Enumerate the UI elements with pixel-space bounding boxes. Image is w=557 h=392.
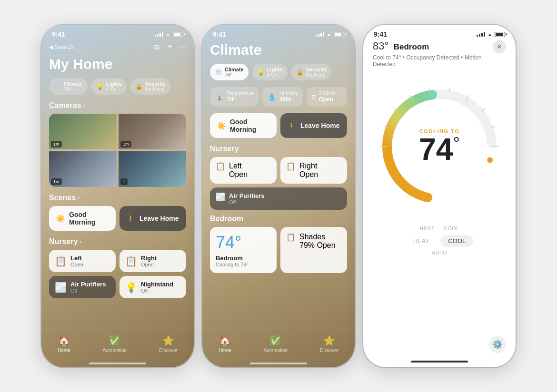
phone-my-home: 9:41 ▲ ◀ Search ≋ + ··· My Home ❄️ Clima… (41, 25, 194, 367)
pill-security[interactable]: 🔒 SecurityNo Alerts (130, 78, 170, 95)
signal-icon-3 (477, 32, 485, 37)
humidity-icon: 💧 (267, 92, 277, 101)
nursery-section-2: Nursery 📋 Left Open 📋 Right Open (210, 145, 347, 210)
bedroom-shades[interactable]: 📋 Shades 79% Open (280, 227, 347, 273)
scenes-chevron: › (78, 195, 80, 201)
pill-climate-active[interactable]: ❄️ Climate74° (210, 64, 249, 80)
room-name: Bedroom (394, 42, 429, 51)
top-icons: ≋ + ··· (153, 42, 186, 52)
home-nav-icon-2: 🏠 (219, 335, 231, 346)
bedroom-devices: 74° Bedroom Cooling to 74° 📋 Shades 79% … (210, 227, 347, 273)
scene-leave-home[interactable]: 🚶 Leave Home (119, 206, 186, 231)
nav-discover-2[interactable]: ⭐ Discover (320, 335, 338, 353)
camera-label-1: 1m (120, 141, 131, 147)
cameras-header[interactable]: Cameras › (49, 101, 186, 110)
scene-leave-home-2[interactable]: 🚶 Leave Home (280, 113, 347, 138)
home-nav-icon: 🏠 (58, 335, 70, 346)
nursery-chevron: › (80, 238, 81, 245)
signal-icon (155, 32, 163, 37)
bottom-nav-2: 🏠 Home ✅ Automation ⭐ Discover (202, 330, 355, 363)
pill-lights-2[interactable]: 💡 Lights4 On (252, 64, 288, 80)
nav-home-2[interactable]: 🏠 Home (219, 335, 231, 353)
discover-nav-icon-2: ⭐ (323, 335, 335, 346)
time-3: 9:41 (374, 30, 387, 38)
scenes-header[interactable]: Scenes › (49, 194, 186, 202)
more-icon[interactable]: ··· (179, 42, 186, 52)
battery-icon-3 (495, 32, 505, 37)
home-indicator-2 (250, 363, 307, 364)
auto-mode: AUTO (373, 250, 506, 255)
page-title: My Home (49, 56, 186, 72)
mode-section: HEAT COOL HEAT COOL AUTO (373, 225, 506, 255)
nav-home-1[interactable]: 🏠 Home (58, 335, 70, 353)
gear-icon: ⚙️ (492, 339, 503, 350)
automation-nav-icon: ✅ (109, 335, 120, 346)
camera-living[interactable]: 1 (119, 151, 186, 187)
back-button[interactable]: ◀ Search (49, 44, 73, 50)
waveform-icon[interactable]: ≋ (153, 42, 160, 52)
automation-nav-icon-2: ✅ (269, 335, 281, 346)
nav-automation-1[interactable]: ✅ Automation (103, 335, 127, 353)
device-left[interactable]: 📋 Left Open (49, 250, 116, 272)
climate-stats: 🌡️ Temperature 74° 💧 Humidity 46% ≡ 3 Bl… (210, 87, 347, 107)
top-bar: ◀ Search ≋ + ··· (49, 40, 186, 56)
bedroom-thermostat[interactable]: 74° Bedroom Cooling to 74° (210, 227, 277, 273)
blind-icon-0: 📋 (55, 255, 67, 267)
pill-lights[interactable]: 💡 Lights4 On (91, 78, 127, 95)
home-indicator-3 (411, 361, 468, 363)
phone-climate: 9:41 ▲ Climate ❄️ Climate74° 💡 Lights4 O… (202, 25, 355, 367)
nursery-header[interactable]: Nursery › (49, 237, 186, 246)
camera-outdoor[interactable]: 1m (49, 114, 117, 149)
heat-mode-btn[interactable]: HEAT (406, 235, 437, 247)
thermostat-header-info: 83° Bedroom Cool to 74° • Occupancy Dete… (373, 40, 493, 68)
phone-thermostat-detail: 9:41 ▲ 83° Bedroom Cool to 74° • Occupan… (363, 25, 516, 367)
temp-stat[interactable]: 🌡️ Temperature 74° (210, 87, 259, 107)
nav-automation-2[interactable]: ✅ Automation (264, 335, 288, 353)
sun-icon-2: ☀️ (217, 121, 226, 130)
climate-active-icon: ❄️ (215, 69, 222, 76)
category-pills: ❄️ Climate74° 💡 Lights4 On 🔒 SecurityNo … (49, 78, 186, 95)
blind-icon-1: 📋 (125, 255, 137, 267)
lights-icon: 💡 (96, 83, 104, 90)
wifi-icon: ▲ (166, 32, 170, 37)
blind-left-icon: 📋 (216, 162, 225, 171)
nav-discover-1[interactable]: ⭐ Discover (159, 335, 178, 353)
room-detail: Cool to 74° • Occupancy Detected • Motio… (373, 54, 493, 68)
status-icons-3: ▲ (477, 32, 505, 37)
home-indicator-1 (89, 363, 146, 364)
close-button[interactable]: ✕ (493, 40, 506, 53)
nursery-left[interactable]: 📋 Left Open (210, 157, 277, 184)
climate-category-pills: ❄️ Climate74° 💡 Lights4 On 🔒 SecurityNo … (210, 64, 347, 80)
climate-title: Climate (210, 40, 347, 58)
blind-right-icon: 📋 (286, 162, 296, 171)
cool-mode-btn[interactable]: COOL (440, 235, 473, 247)
scene-good-morning-2[interactable]: ☀️ Good Morning (210, 113, 277, 138)
status-icons-2: ▲ (316, 32, 344, 37)
status-bar-1: 9:41 ▲ (41, 25, 194, 40)
scene-good-morning[interactable]: ☀️ Good Morning (49, 206, 116, 231)
lights-icon-2: 💡 (257, 69, 265, 76)
mode-labels: HEAT COOL (373, 225, 506, 231)
air-purifier-2[interactable]: 🌫️ Air Purifiers Off (210, 187, 347, 210)
svg-point-12 (487, 157, 494, 164)
pill-climate[interactable]: ❄️ Climate74° (49, 78, 88, 95)
camera-nursery1[interactable]: 1m (119, 114, 186, 149)
humidity-stat[interactable]: 💧 Humidity 46% (262, 87, 303, 107)
target-temp: 74° (419, 134, 460, 165)
walk-icon-2: 🚶 (287, 121, 297, 130)
device-nightstand[interactable]: 💡 Nightstand Off (119, 276, 186, 298)
gauge-center: COOLING TO 74° (419, 128, 460, 165)
nursery-devices: 📋 Left Open 📋 Right Open 🌫️ Air Purifier… (49, 250, 186, 298)
bedroom-section: Bedroom 74° Bedroom Cooling to 74° 📋 Sha… (210, 215, 347, 273)
device-right[interactable]: 📋 Right Open (119, 250, 186, 272)
current-temp: 83° (373, 40, 388, 52)
nursery-right[interactable]: 📋 Right Open (280, 157, 347, 184)
gear-button[interactable]: ⚙️ (489, 336, 506, 353)
cameras-grid: 1m 1m 1m 1 (49, 114, 186, 187)
pill-security-2[interactable]: 🔒 SecurityNo Alerts (291, 64, 331, 80)
device-air-purifier[interactable]: 🌫️ Air Purifiers Off (49, 276, 116, 298)
blinds-stat[interactable]: ≡ 3 Blinds Open (307, 87, 347, 107)
camera-nursery2[interactable]: 1m (49, 151, 117, 187)
add-icon[interactable]: + (167, 42, 172, 52)
thermostat-gauge: COOLING TO 74° (373, 75, 506, 218)
